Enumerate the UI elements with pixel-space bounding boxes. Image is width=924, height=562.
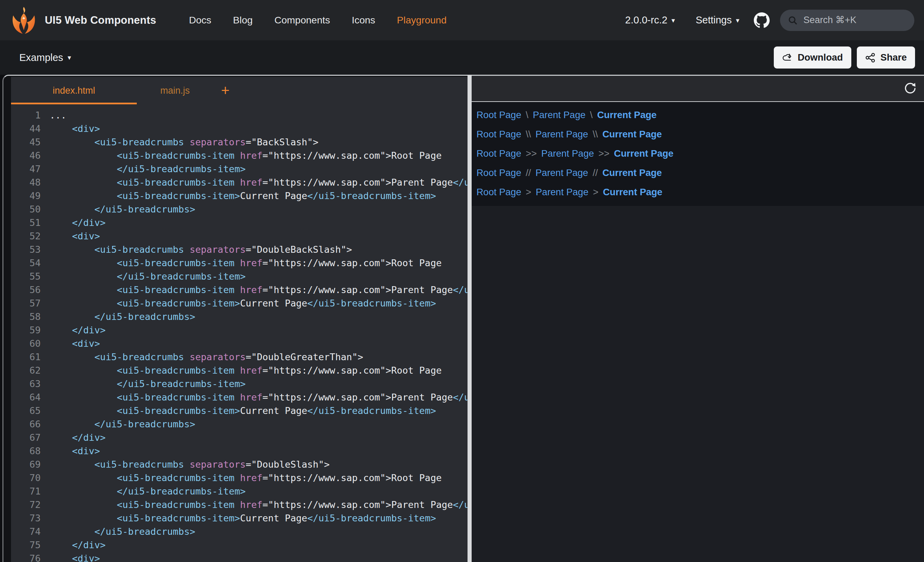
code-text: </ui5-breadcrumbs-item> xyxy=(50,377,246,391)
playground-toolbar: Examples ▾ Download Share xyxy=(0,40,924,75)
search-input[interactable] xyxy=(803,15,900,25)
code-line: 55 </ui5-breadcrumbs-item> xyxy=(11,270,468,283)
breadcrumb-separator: \\ xyxy=(592,129,598,140)
search-icon xyxy=(788,15,798,25)
breadcrumb-link[interactable]: Parent Page xyxy=(536,187,588,198)
breadcrumb-separator: >> xyxy=(598,148,609,159)
code-text: </div> xyxy=(50,216,106,229)
settings-menu[interactable]: Settings ▾ xyxy=(696,15,740,26)
line-number: 55 xyxy=(11,270,50,283)
nav-link-playground[interactable]: Playground xyxy=(397,15,447,26)
settings-label: Settings xyxy=(696,15,732,26)
line-number: 45 xyxy=(11,135,50,149)
breadcrumb-separator: \\ xyxy=(526,129,531,140)
nav-link-docs[interactable]: Docs xyxy=(189,15,211,26)
line-number: 54 xyxy=(11,256,50,270)
tab-index-html[interactable]: index.html xyxy=(11,77,137,104)
line-number: 1 xyxy=(11,108,50,122)
breadcrumbs-row: Root Page>Parent Page>Current Page xyxy=(477,183,924,202)
code-text: </div> xyxy=(50,323,106,337)
nav-link-icons[interactable]: Icons xyxy=(352,15,375,26)
line-number: 67 xyxy=(11,431,50,444)
line-number: 70 xyxy=(11,471,50,484)
chevron-down-icon: ▾ xyxy=(68,53,71,61)
breadcrumb-link[interactable]: Root Page xyxy=(477,129,521,140)
code-line: 58 </ui5-breadcrumbs> xyxy=(11,310,468,323)
code-line: 57 <ui5-breadcrumbs-item>Current Page</u… xyxy=(11,297,468,310)
new-tab-button[interactable]: + xyxy=(213,77,237,104)
breadcrumb-separator: // xyxy=(526,167,531,178)
code-text: <ui5-breadcrumbs-item href="https://www.… xyxy=(50,471,442,484)
code-line: 44 <div> xyxy=(11,122,468,135)
breadcrumb-link[interactable]: Parent Page xyxy=(536,167,588,178)
line-number: 69 xyxy=(11,458,50,471)
breadcrumbs-row: Root Page\\Parent Page\\Current Page xyxy=(477,124,924,144)
navbar-right: 2.0.0-rc.2 ▾ Settings ▾ xyxy=(625,10,914,31)
breadcrumb-link[interactable]: Root Page xyxy=(477,148,521,159)
code-area[interactable]: 1...44 <div>45 <ui5-breadcrumbs separato… xyxy=(11,104,468,562)
breadcrumb-link[interactable]: Root Page xyxy=(477,187,521,198)
code-text: </ui5-breadcrumbs-item> xyxy=(50,484,246,498)
nav-links: DocsBlogComponentsIconsPlayground xyxy=(189,15,447,26)
code-text: <div> xyxy=(50,337,100,350)
breadcrumb-link[interactable]: Parent Page xyxy=(533,109,586,120)
code-text: <ui5-breadcrumbs-item href="https://www.… xyxy=(50,256,442,270)
line-number: 58 xyxy=(11,310,50,323)
line-number: 71 xyxy=(11,484,50,498)
examples-dropdown[interactable]: Examples ▾ xyxy=(19,52,71,63)
share-button[interactable]: Share xyxy=(857,46,915,69)
code-line: 1... xyxy=(11,108,468,122)
split-drag-handle[interactable] xyxy=(468,75,472,562)
line-number: 49 xyxy=(11,189,50,202)
code-text: </div> xyxy=(50,538,106,552)
breadcrumb-separator: > xyxy=(593,187,598,198)
chevron-down-icon: ▾ xyxy=(736,16,740,24)
examples-label: Examples xyxy=(19,52,63,63)
share-label: Share xyxy=(880,52,907,63)
top-navbar: UI5 Web Components DocsBlogComponentsIco… xyxy=(0,0,924,40)
code-line: 50 </ui5-breadcrumbs> xyxy=(11,202,468,216)
code-line: 62 <ui5-breadcrumbs-item href="https://w… xyxy=(11,364,468,377)
code-editor[interactable]: index.html main.js + 1...44 <div>45 <ui5… xyxy=(11,77,468,562)
code-text: </ui5-breadcrumbs-item> xyxy=(50,162,246,175)
github-icon[interactable] xyxy=(754,12,770,28)
breadcrumb-current: Current Page xyxy=(603,187,663,198)
download-button[interactable]: Download xyxy=(774,46,851,69)
tab-main-js[interactable]: main.js xyxy=(137,77,213,104)
code-text: <ui5-breadcrumbs-item href="https://www.… xyxy=(50,364,442,377)
code-line: 49 <ui5-breadcrumbs-item>Current Page</u… xyxy=(11,189,468,202)
code-line: 69 <ui5-breadcrumbs separators="DoubleSl… xyxy=(11,458,468,471)
code-line: 76 <div> xyxy=(11,552,468,562)
refresh-button[interactable] xyxy=(903,81,918,96)
code-line: 60 <div> xyxy=(11,337,468,350)
code-line: 59 </div> xyxy=(11,323,468,337)
nav-link-blog[interactable]: Blog xyxy=(233,15,252,26)
line-number: 64 xyxy=(11,391,50,404)
code-line: 66 </ui5-breadcrumbs> xyxy=(11,417,468,431)
nav-link-components[interactable]: Components xyxy=(274,15,330,26)
toolbar-actions: Download Share xyxy=(774,46,915,69)
search-box[interactable] xyxy=(780,10,914,31)
line-number: 72 xyxy=(11,498,50,511)
breadcrumb-link[interactable]: Root Page xyxy=(477,109,521,120)
editor-panel: index.html main.js + 1...44 <div>45 <ui5… xyxy=(2,75,468,562)
code-line: 64 <ui5-breadcrumbs-item href="https://w… xyxy=(11,391,468,404)
breadcrumb-link[interactable]: Root Page xyxy=(477,167,521,178)
line-number: 59 xyxy=(11,323,50,337)
line-number: 61 xyxy=(11,350,50,364)
download-label: Download xyxy=(798,52,843,63)
breadcrumb-link[interactable]: Parent Page xyxy=(536,129,588,140)
code-line: 61 <ui5-breadcrumbs separators="DoubleGr… xyxy=(11,350,468,364)
version-selector[interactable]: 2.0.0-rc.2 ▾ xyxy=(625,15,675,26)
preview-header xyxy=(472,76,924,102)
version-label: 2.0.0-rc.2 xyxy=(625,15,668,26)
breadcrumb-current: Current Page xyxy=(602,129,662,140)
tab-label: main.js xyxy=(160,85,190,96)
breadcrumb-separator: >> xyxy=(526,148,537,159)
code-text: <ui5-breadcrumbs separators="DoubleGreat… xyxy=(50,350,363,364)
code-line: 72 <ui5-breadcrumbs-item href="https://w… xyxy=(11,498,468,511)
code-text: <div> xyxy=(50,444,100,458)
line-number: 51 xyxy=(11,216,50,229)
breadcrumb-link[interactable]: Parent Page xyxy=(541,148,594,159)
brand-link[interactable]: UI5 Web Components xyxy=(10,6,156,34)
